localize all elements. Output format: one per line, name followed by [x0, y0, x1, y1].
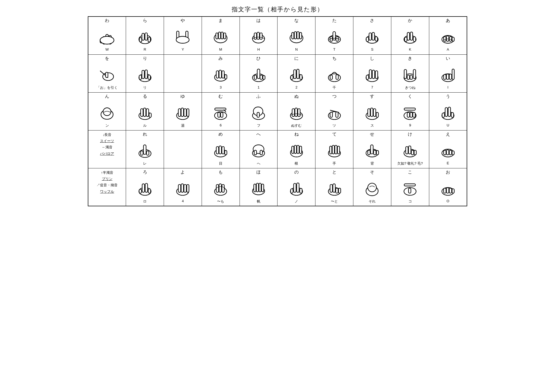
sign-label: ス	[355, 123, 389, 128]
svg-rect-17	[218, 32, 221, 39]
svg-rect-158	[406, 146, 408, 154]
sign-label: 3	[204, 85, 238, 89]
table-cell	[164, 130, 202, 168]
kana-label: な	[279, 18, 314, 24]
kana-label: ほ	[241, 169, 276, 175]
sign-image	[355, 25, 389, 46]
special-label: ←濁音	[90, 144, 124, 150]
sign-label: ロ	[128, 199, 162, 204]
svg-rect-81	[410, 75, 412, 79]
svg-rect-23	[260, 33, 262, 39]
sign-image	[393, 63, 427, 84]
kana-label: し	[355, 56, 389, 61]
kana-label: い	[431, 56, 465, 61]
table-cell: は H	[240, 17, 278, 54]
table-cell: り リ	[126, 54, 164, 92]
svg-rect-40	[410, 32, 413, 40]
sign-image	[393, 25, 427, 46]
svg-rect-8	[139, 38, 142, 42]
table-cell: ま M	[202, 17, 240, 54]
svg-rect-194	[335, 188, 338, 193]
svg-rect-44	[444, 37, 446, 41]
svg-rect-35	[372, 32, 375, 40]
svg-rect-71	[330, 75, 333, 79]
kana-label: た	[317, 18, 351, 24]
kana-label: を	[90, 56, 124, 61]
svg-rect-173	[178, 184, 181, 192]
kana-label: そ	[355, 169, 389, 175]
kana-label: ぬ	[279, 94, 314, 99]
svg-rect-21	[254, 33, 257, 39]
svg-rect-61	[257, 69, 260, 79]
special-label: ババロア	[90, 151, 124, 157]
svg-rect-86	[449, 74, 452, 79]
sign-label: 帆	[241, 199, 276, 204]
svg-rect-97	[181, 108, 184, 116]
kana-label: わ	[90, 18, 124, 24]
svg-rect-19	[224, 33, 226, 39]
sign-label: U	[431, 123, 465, 127]
svg-rect-200	[409, 188, 411, 193]
table-cell: ほ 帆	[240, 168, 278, 206]
svg-rect-189	[300, 188, 302, 193]
table-cell: や Y	[164, 17, 202, 54]
table-cell: ち 千	[315, 54, 353, 92]
sign-image	[241, 176, 276, 198]
sign-image	[431, 176, 465, 198]
table-cell: を 「お」を引く	[88, 54, 126, 92]
sign-image	[90, 25, 124, 46]
svg-rect-161	[414, 150, 416, 155]
kana-label: は	[241, 18, 276, 24]
kana-label: や	[166, 18, 200, 24]
kana-label: て	[317, 132, 351, 137]
kana-label: さ	[355, 18, 389, 24]
sign-image	[279, 100, 314, 122]
svg-rect-26	[294, 32, 296, 39]
svg-rect-182	[254, 184, 256, 192]
fingerspelling-table: わ Wら Rや Yま Mは Hな Nた	[88, 16, 467, 206]
kana-label: く	[393, 94, 427, 99]
svg-rect-203	[446, 188, 449, 193]
table-cell: い I	[429, 54, 467, 92]
svg-rect-193	[333, 184, 335, 192]
svg-rect-106	[257, 112, 259, 117]
svg-rect-47	[452, 37, 454, 41]
svg-rect-58	[222, 71, 224, 78]
svg-rect-76	[375, 71, 378, 79]
svg-rect-149	[332, 145, 334, 154]
table-cell: こ コ	[391, 168, 429, 206]
sign-label: レ	[128, 161, 162, 166]
svg-rect-51	[142, 70, 144, 78]
kana-label: ち	[317, 56, 351, 61]
table-cell: ろ ロ	[126, 168, 164, 206]
svg-rect-170	[148, 189, 151, 193]
table-cell: つ ツ	[315, 92, 353, 130]
kana-label: あ	[431, 18, 465, 24]
kana-label: り	[128, 56, 162, 61]
svg-rect-151	[337, 146, 340, 154]
svg-rect-85	[446, 74, 449, 79]
sign-image	[204, 25, 238, 46]
kana-label: よ	[166, 169, 200, 175]
svg-rect-41	[405, 37, 407, 41]
svg-rect-137	[225, 150, 227, 155]
svg-rect-135	[219, 146, 222, 154]
table-cell: に 2	[278, 54, 315, 92]
svg-rect-62	[254, 75, 257, 79]
sign-image	[317, 63, 351, 84]
svg-rect-175	[184, 184, 186, 192]
kana-label: こ	[393, 169, 427, 175]
sign-label: N	[279, 47, 314, 51]
table-cell: の ノ	[278, 168, 315, 206]
sign-label: 背	[355, 161, 389, 166]
svg-rect-179	[219, 184, 222, 192]
table-cell: か K	[391, 17, 429, 54]
svg-rect-30	[333, 32, 335, 40]
sign-label: ン	[90, 123, 124, 128]
sign-image	[279, 63, 314, 84]
sign-label: 2	[279, 85, 314, 89]
table-cell: ら R	[126, 17, 164, 54]
svg-rect-144	[294, 145, 296, 153]
svg-rect-169	[145, 183, 147, 192]
sign-image	[355, 100, 389, 122]
